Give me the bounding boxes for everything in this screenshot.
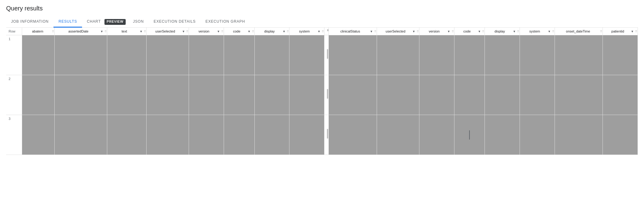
col-header-onset-dateTime[interactable]: onset_dateTime ⠿ bbox=[555, 28, 603, 35]
cell-2-code2 bbox=[454, 75, 485, 115]
cell-3-version bbox=[189, 115, 224, 155]
resize-system[interactable]: ⠿ bbox=[322, 30, 323, 33]
col-header-display2[interactable]: display ▼ ⠿ bbox=[485, 28, 520, 35]
resize-clinicalStatus[interactable]: ⠿ bbox=[374, 30, 375, 33]
cell-1-patientid bbox=[603, 35, 638, 75]
cell-1-userSelected bbox=[147, 35, 189, 75]
cell-1-code bbox=[224, 35, 255, 75]
sort-system2[interactable]: ▼ bbox=[548, 30, 551, 33]
resize-text[interactable]: ⠿ bbox=[144, 30, 145, 33]
sort-version2[interactable]: ▼ bbox=[447, 30, 450, 33]
cell-1-assertedDate bbox=[55, 35, 107, 75]
cell-2-assertedDate bbox=[55, 75, 107, 115]
cell-3-system2 bbox=[520, 115, 555, 155]
sort-system[interactable]: ▼ bbox=[317, 30, 320, 33]
tab-json[interactable]: JSON bbox=[128, 16, 149, 28]
scroll-divider-row2 bbox=[324, 75, 329, 115]
col-header-display[interactable]: display ▼ ⠿ bbox=[254, 28, 289, 35]
tab-execution-details[interactable]: EXECUTION DETAILS bbox=[149, 16, 201, 28]
sort-code[interactable]: ▼ bbox=[248, 30, 251, 33]
cell-2-system2 bbox=[520, 75, 555, 115]
resize-version[interactable]: ⠿ bbox=[221, 30, 222, 33]
sort-userSelected[interactable]: ▼ bbox=[182, 30, 185, 33]
cell-3-version2 bbox=[419, 115, 454, 155]
cell-1-version bbox=[189, 35, 224, 75]
cell-3-system bbox=[289, 115, 324, 155]
resize-userSelected2[interactable]: ⠿ bbox=[417, 30, 418, 33]
resize-system2[interactable]: ⠿ bbox=[552, 30, 553, 33]
col-header-version[interactable]: version ▼ ⠿ bbox=[189, 28, 224, 35]
tab-results[interactable]: RESULTS bbox=[53, 16, 82, 28]
sort-version[interactable]: ▼ bbox=[217, 30, 220, 33]
cell-2-display bbox=[254, 75, 289, 115]
col-header-version2[interactable]: version ▼ ⠿ bbox=[419, 28, 454, 35]
cell-2-patientid bbox=[603, 75, 638, 115]
resize-code[interactable]: ⠿ bbox=[252, 30, 253, 33]
sort-assertedDate[interactable]: ▼ bbox=[100, 30, 103, 33]
resize-code2[interactable]: ⠿ bbox=[482, 30, 483, 33]
cell-1-code2 bbox=[454, 35, 485, 75]
cell-1-abatem bbox=[22, 35, 55, 75]
cell-1-userSelected2 bbox=[377, 35, 419, 75]
sort-display2[interactable]: ▼ bbox=[513, 30, 516, 33]
cell-1-text bbox=[107, 35, 147, 75]
cell-2-abatem bbox=[22, 75, 55, 115]
cell-2-userSelected bbox=[147, 75, 189, 115]
sort-patientid[interactable]: ▼ bbox=[631, 30, 634, 33]
cell-1-version2 bbox=[419, 35, 454, 75]
cell-3-display2 bbox=[485, 115, 520, 155]
col-header-assertedDate[interactable]: assertedDate ▼ ⠿ bbox=[55, 28, 107, 35]
cell-1-system bbox=[289, 35, 324, 75]
cell-1-clinicalStatus bbox=[329, 35, 377, 75]
cell-2-code bbox=[224, 75, 255, 115]
col-header-abatem[interactable]: abatem ⠿ bbox=[22, 28, 55, 35]
col-header-system2[interactable]: system ▼ ⠿ bbox=[520, 28, 555, 35]
sort-text[interactable]: ▼ bbox=[139, 30, 143, 33]
col-header-code2[interactable]: code ▼ ⠿ bbox=[454, 28, 485, 35]
cell-2-version2 bbox=[419, 75, 454, 115]
tab-execution-graph[interactable]: EXECUTION GRAPH bbox=[201, 16, 250, 28]
cell-2-system bbox=[289, 75, 324, 115]
resize-userSelected[interactable]: ⠿ bbox=[186, 30, 187, 33]
cell-2-onset-dateTime bbox=[555, 75, 603, 115]
resize-display[interactable]: ⠿ bbox=[287, 30, 288, 33]
cell-2-display2 bbox=[485, 75, 520, 115]
col-header-userSelected[interactable]: userSelected ▼ ⠿ bbox=[147, 28, 189, 35]
row-num-1: 1 bbox=[6, 35, 22, 75]
table-row: 1 bbox=[6, 35, 638, 75]
cell-2-version bbox=[189, 75, 224, 115]
resize-onset[interactable]: ⠿ bbox=[600, 30, 601, 33]
sort-code2[interactable]: ▼ bbox=[478, 30, 481, 33]
sort-userSelected2[interactable]: ▼ bbox=[412, 30, 415, 33]
tab-preview-badge[interactable]: PREVIEW bbox=[104, 19, 126, 25]
row-num-3: 3 bbox=[6, 115, 22, 155]
scroll-divider bbox=[324, 28, 329, 35]
row-header: Row bbox=[6, 28, 22, 35]
cell-1-display bbox=[254, 35, 289, 75]
sort-display[interactable]: ▼ bbox=[282, 30, 285, 33]
resize-assertedDate[interactable]: ⠿ bbox=[104, 30, 106, 33]
tab-chart[interactable]: CHART bbox=[82, 16, 103, 28]
cell-3-patientid bbox=[603, 115, 638, 155]
resize-abatem[interactable]: ⠿ bbox=[52, 30, 53, 33]
resize-patientid[interactable]: ⠿ bbox=[635, 30, 636, 33]
cell-3-display bbox=[254, 115, 289, 155]
resize-version2[interactable]: ⠿ bbox=[452, 30, 453, 33]
page-container: Query results JOB INFORMATION RESULTS CH… bbox=[0, 0, 644, 215]
cell-1-system2 bbox=[520, 35, 555, 75]
col-header-patientid[interactable]: patientid ▼ ⠿ bbox=[603, 28, 638, 35]
col-header-text[interactable]: text ▼ ⠿ bbox=[107, 28, 147, 35]
cell-1-display2 bbox=[485, 35, 520, 75]
col-header-userSelected2[interactable]: userSelected ▼ ⠿ bbox=[377, 28, 419, 35]
col-header-clinicalStatus[interactable]: clinicalStatus ▼ ⠿ bbox=[329, 28, 377, 35]
resize-display2[interactable]: ⠿ bbox=[517, 30, 518, 33]
cell-3-clinicalStatus bbox=[329, 115, 377, 155]
col-header-code[interactable]: code ▼ ⠿ bbox=[224, 28, 255, 35]
sort-clinicalStatus[interactable]: ▼ bbox=[370, 30, 373, 33]
col-header-system[interactable]: system ▼ ⠿ bbox=[289, 28, 324, 35]
cell-2-userSelected2 bbox=[377, 75, 419, 115]
table-row: 3 bbox=[6, 115, 638, 155]
tab-job-information[interactable]: JOB INFORMATION bbox=[6, 16, 53, 28]
scroll-divider-row1 bbox=[324, 35, 329, 75]
table-container[interactable]: Row abatem ⠿ assertedDate ▼ bbox=[6, 28, 638, 212]
